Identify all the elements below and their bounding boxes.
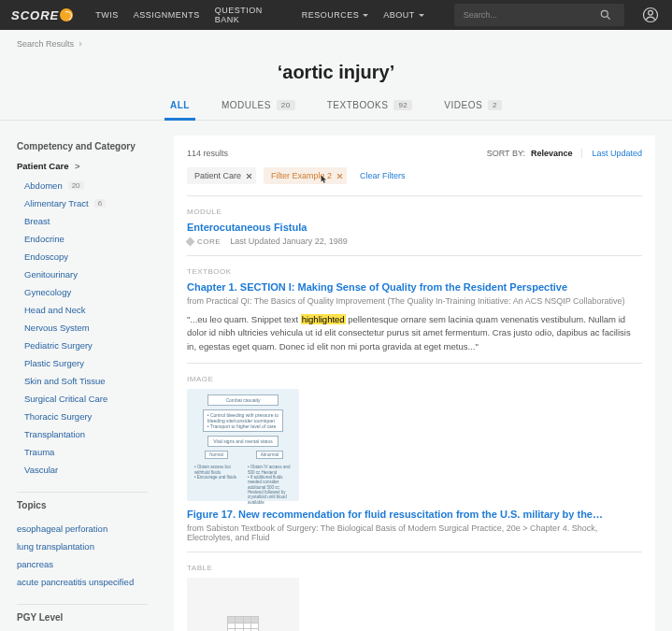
sidebar-heading-pgy: PGY Level: [17, 612, 148, 623]
breadcrumb: Search Results: [0, 30, 672, 49]
textbook-source: from Practical QI: The Basics of Quality…: [187, 296, 642, 306]
sidebar-item[interactable]: Breast: [17, 212, 148, 230]
sidebar-item[interactable]: Endoscopy: [17, 248, 148, 265]
module-updated: Last Updated January 22, 1989: [230, 237, 348, 246]
badge: 20: [277, 100, 295, 110]
sidebar-item-label: Breast: [24, 216, 50, 226]
sidebar-item[interactable]: Nervous System: [17, 319, 148, 337]
sidebar-item-label: Alimentary Tract: [24, 198, 89, 208]
badge: 92: [393, 100, 412, 110]
sidebar-item-badge: 20: [68, 181, 84, 190]
tab-textbooks[interactable]: TEXTBOOKS92: [325, 93, 415, 120]
nav-twis[interactable]: TWIS: [95, 10, 119, 20]
table-icon: [227, 616, 259, 631]
sidebar-topic[interactable]: acute pancreatitis unspecified: [17, 573, 148, 591]
query-title: ‘aortic injury’: [0, 49, 672, 93]
chevron-right-icon: [79, 41, 82, 47]
sidebar-item[interactable]: Vascular: [17, 461, 148, 479]
sidebar-topic-label: lung transplantation: [17, 541, 94, 552]
diamond-icon: [186, 237, 195, 246]
svg-point-3: [648, 10, 652, 15]
logo-text: SCORE: [11, 8, 59, 22]
sidebar-item[interactable]: Gynecology: [17, 283, 148, 301]
top-nav: SCORE TWIS ASSIGNMENTS QUESTION BANK RES…: [0, 0, 672, 30]
result-title-image[interactable]: Figure 17. New recommendation for fluid …: [187, 509, 642, 520]
sidebar-item-label: Genitourinary: [24, 269, 78, 280]
badge: 2: [488, 100, 502, 110]
tab-all[interactable]: ALL: [168, 93, 192, 120]
sidebar-item-label: Abdomen: [24, 180, 63, 191]
results-panel: 114 results SORT BY: Relevance Last Upda…: [174, 136, 655, 631]
sidebar-item-badge: 6: [94, 199, 106, 208]
section-label-module: MODULE: [187, 208, 642, 216]
sidebar-topic[interactable]: pancreas: [17, 555, 148, 573]
sidebar-item[interactable]: Surgical Critical Care: [17, 390, 148, 408]
chevron-down-icon: [363, 14, 368, 17]
sidebar-item-label: Endoscopy: [24, 251, 68, 262]
section-label-image: IMAGE: [187, 375, 642, 383]
sidebar-item[interactable]: Pediatric Surgery: [17, 337, 148, 354]
core-badge: CORE: [187, 237, 221, 246]
result-title-module[interactable]: Enterocutaneous Fistula: [187, 222, 642, 233]
results-count: 114 results: [187, 149, 487, 158]
search-icon[interactable]: [594, 4, 617, 26]
search-box[interactable]: [454, 4, 624, 26]
sidebar-item-label: Trauma: [24, 447, 54, 457]
clear-filters[interactable]: Clear Filters: [360, 171, 406, 180]
sidebar-item[interactable]: Transplantation: [17, 425, 148, 443]
table-thumbnail[interactable]: [187, 578, 299, 631]
sidebar-item-label: Surgical Critical Care: [24, 394, 107, 404]
cursor-icon: [320, 175, 329, 184]
filter-chip-patient-care[interactable]: Patient Care: [187, 167, 256, 184]
sidebar-item-label: Head and Neck: [24, 305, 85, 315]
breadcrumb-item[interactable]: Search Results: [17, 39, 74, 49]
sidebar-topic[interactable]: esophageal perforation: [17, 520, 148, 538]
filter-sidebar: Competency and Category Patient Care > A…: [17, 136, 148, 631]
svg-point-0: [601, 10, 608, 17]
nav-resources[interactable]: RESOURCES: [302, 10, 369, 20]
filter-chip-example-2[interactable]: Filter Example 2: [264, 167, 347, 184]
tab-modules[interactable]: MODULES20: [220, 93, 297, 120]
sidebar-topic[interactable]: lung transplantation: [17, 538, 148, 555]
nav-assignments[interactable]: ASSIGNMENTS: [134, 10, 200, 20]
nav-about[interactable]: ABOUT: [383, 10, 424, 20]
sort-label: SORT BY:: [487, 149, 525, 158]
tab-videos[interactable]: VIDEOS2: [442, 93, 504, 120]
section-label-textbook: TEXTBOOK: [187, 267, 642, 276]
sidebar-item[interactable]: Abdomen20: [17, 177, 148, 194]
sidebar-item-label: Transplantation: [24, 429, 85, 439]
svg-line-1: [608, 17, 610, 20]
sidebar-group-patient-care[interactable]: Patient Care >: [17, 161, 148, 171]
sidebar-item[interactable]: Skin and Soft Tissue: [17, 372, 148, 390]
logo[interactable]: SCORE: [11, 8, 73, 22]
sidebar-heading-topics: Topics: [17, 500, 148, 510]
result-title-textbook[interactable]: Chapter 1. SECTION I: Making Sense of Qu…: [187, 281, 642, 293]
user-icon[interactable]: [639, 4, 661, 26]
section-label-table: TABLE: [187, 564, 642, 572]
sidebar-heading-competency: Competency and Category: [17, 141, 148, 151]
sidebar-item-label: Pediatric Surgery: [24, 340, 93, 351]
sidebar-topic-label: esophageal perforation: [17, 523, 107, 534]
image-thumbnail[interactable]: Combat casualty • Control bleeding with …: [187, 389, 299, 501]
sidebar-item[interactable]: Thoracic Surgery: [17, 408, 148, 425]
search-input[interactable]: [462, 9, 594, 21]
image-source: from Sabiston Textbook of Surgery: The B…: [187, 523, 642, 542]
sidebar-item[interactable]: Plastic Surgery: [17, 354, 148, 372]
sidebar-item[interactable]: Alimentary Tract6: [17, 194, 148, 212]
sidebar-item-label: Plastic Surgery: [24, 358, 84, 368]
sort-last-updated[interactable]: Last Updated: [581, 149, 642, 158]
textbook-snippet: "...eu leo quam. Snippet text highlighte…: [187, 313, 642, 353]
sidebar-item[interactable]: Genitourinary: [17, 265, 148, 283]
sidebar-topic-label: pancreas: [17, 559, 53, 569]
sidebar-item[interactable]: Head and Neck: [17, 301, 148, 319]
sidebar-item-label: Vascular: [24, 465, 58, 475]
sidebar-item-label: Gynecology: [24, 287, 71, 297]
nav-question-bank[interactable]: QUESTION BANK: [215, 6, 287, 24]
sort-relevance[interactable]: Relevance: [531, 149, 573, 158]
sidebar-item-label: Thoracic Surgery: [24, 411, 92, 422]
highlighted-term: highlighted: [301, 314, 346, 324]
sidebar-item-label: Skin and Soft Tissue: [24, 376, 106, 386]
result-tabs: ALL MODULES20 TEXTBOOKS92 VIDEOS2: [0, 93, 672, 121]
sidebar-item[interactable]: Trauma: [17, 443, 148, 461]
sidebar-item[interactable]: Endocrine: [17, 230, 148, 248]
